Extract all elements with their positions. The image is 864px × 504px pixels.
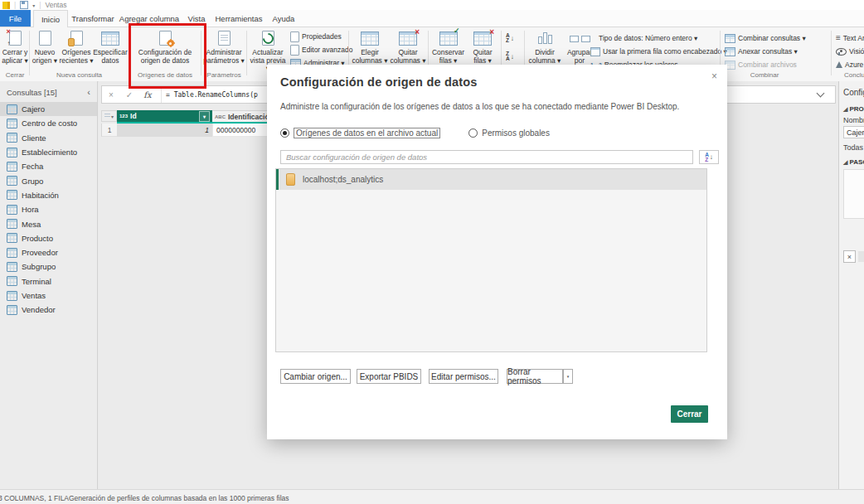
remove-rows-button[interactable]: × Quitar filas ▾ — [466, 28, 499, 65]
eye-icon — [836, 48, 847, 56]
query-item-establecimiento[interactable]: Establecimiento — [0, 145, 97, 159]
formula-input[interactable]: = Table.RenameColumns(p — [166, 91, 258, 99]
sort-descending-button[interactable]: ZA↓ — [506, 51, 514, 62]
quick-access-dropdown-icon[interactable]: ▾ — [32, 2, 35, 8]
cancel-formula-icon[interactable]: × — [102, 90, 120, 99]
append-queries-icon — [725, 47, 735, 56]
table-icon — [7, 176, 17, 186]
query-item-hora[interactable]: Hora — [0, 202, 97, 216]
query-item-subgrupo[interactable]: Subgrupo — [0, 259, 97, 274]
remove-columns-button[interactable]: × Quitar columnas ▾ — [390, 28, 426, 65]
tab-ayuda[interactable]: Ayuda — [267, 10, 300, 27]
azure-ml-button[interactable]: Azure Machine — [836, 59, 864, 70]
properties-button[interactable]: Propiedades — [290, 31, 342, 42]
select-all-corner[interactable]: ▾ — [101, 110, 117, 122]
query-settings-title: Configuración de una consulta — [843, 88, 864, 97]
query-item-centro-de-costo[interactable]: Centro de costo — [0, 116, 97, 130]
use-first-row-headers-button[interactable]: Usar la primera fila como encabezado ▾ — [590, 46, 727, 57]
clear-permissions-button[interactable]: Borrar permisos — [507, 369, 563, 384]
radio-current-file[interactable]: Orígenes de datos en el archivo actual — [280, 128, 440, 138]
database-icon — [286, 173, 295, 186]
save-icon[interactable] — [20, 1, 28, 9]
query-settings-pane: Configuración de una consulta ◢PROPIEDAD… — [838, 81, 864, 489]
status-profiling-info[interactable]: Generación de perfiles de columnas basad… — [69, 494, 289, 502]
append-queries-button[interactable]: Anexar consultas ▾ — [725, 46, 798, 57]
new-source-button[interactable]: Nuevo origen ▾ — [31, 28, 59, 65]
properties-section-header[interactable]: ◢PROPIEDADES — [843, 105, 864, 113]
tab-file[interactable]: File — [0, 10, 31, 27]
query-item-vendedor[interactable]: Vendedor — [0, 303, 97, 317]
properties-icon — [290, 32, 299, 42]
row-number-cell[interactable]: 1 — [101, 124, 117, 137]
table-icon — [7, 162, 17, 172]
query-item-cajero[interactable]: Cajero — [0, 102, 97, 116]
manage-parameters-button[interactable]: Administrar parámetros ▾ — [202, 28, 245, 65]
sort-sources-button[interactable]: AZ↓ — [699, 150, 719, 164]
query-item-grupo[interactable]: Grupo — [0, 173, 97, 187]
query-item-proveedor[interactable]: Proveedor — [0, 245, 97, 259]
change-source-button[interactable]: Cambiar origen... — [280, 369, 351, 384]
vision-button[interactable]: Visión — [836, 46, 864, 57]
clear-permissions-dropdown[interactable]: ▾ — [563, 369, 573, 384]
group-label-parametros: Parámetros — [202, 71, 245, 79]
tab-herramientas[interactable]: Herramientas — [212, 10, 265, 27]
table-icon — [7, 205, 17, 215]
applied-steps-section-header[interactable]: ◢PASOS APLICADOS — [843, 158, 864, 166]
section-expand-icon: ◢ — [843, 106, 847, 112]
tab-agregar-columna[interactable]: Agregar columna — [118, 10, 181, 27]
source-search-input[interactable] — [280, 150, 693, 164]
query-item-cliente[interactable]: Cliente — [0, 131, 97, 145]
keep-rows-button[interactable]: ✓ Conservar filas ▾ — [430, 28, 466, 65]
tab-transformar[interactable]: Transformar — [70, 10, 116, 27]
all-properties-link[interactable]: Todas las propiedades — [843, 143, 864, 152]
choose-columns-icon — [361, 32, 379, 46]
data-source-settings-button[interactable]: Configuración de origen de datos — [131, 28, 199, 65]
radio-global-permissions[interactable]: Permisos globales — [468, 128, 550, 138]
query-item-habitacion[interactable]: Habitación — [0, 188, 97, 202]
expand-formula-bar-icon[interactable] — [817, 90, 825, 98]
collapse-pane-icon[interactable]: ‹ — [87, 87, 90, 97]
ribbon-tab-strip: File Inicio Transformar Agregar columna … — [0, 10, 864, 27]
sort-ascending-button[interactable]: AZ↓ — [506, 32, 514, 44]
commit-formula-icon[interactable]: ✓ — [120, 90, 138, 99]
new-source-icon — [39, 31, 51, 46]
query-item-mesa[interactable]: Mesa — [0, 216, 97, 230]
sort-za-icon: ZA↓ — [506, 51, 514, 61]
delete-step-icon[interactable]: × — [843, 250, 856, 263]
selected-step-row[interactable] — [858, 251, 864, 262]
group-label-conclusiones: Conclusiones — [832, 71, 864, 79]
column-filter-icon[interactable]: ▾ — [199, 111, 210, 122]
advanced-editor-button[interactable]: Editor avanzado — [290, 44, 352, 56]
enter-data-icon — [101, 32, 119, 46]
edit-permissions-button[interactable]: Editar permisos... — [429, 369, 498, 384]
combine-files-button[interactable]: Combinar archivos — [725, 59, 797, 70]
group-by-icon — [570, 32, 590, 45]
advanced-editor-icon — [290, 45, 299, 56]
dialog-close-icon[interactable]: × — [711, 70, 717, 82]
close-and-apply-button[interactable]: ×↑ Cerrar y aplicar ▾ — [2, 28, 28, 65]
export-pbids-button[interactable]: Exportar PBIDS — [357, 369, 421, 384]
query-item-fecha[interactable]: Fecha — [0, 159, 97, 173]
status-columns-rows: 3 COLUMNAS, 1 FILA — [0, 494, 69, 502]
dialog-description: Administre la configuración de los oríge… — [280, 102, 679, 111]
query-item-ventas[interactable]: Ventas — [0, 288, 97, 303]
dialog-close-button[interactable]: Cerrar — [671, 405, 708, 423]
query-item-producto[interactable]: Producto — [0, 231, 97, 245]
tab-inicio[interactable]: Inicio — [33, 10, 68, 27]
tab-vista[interactable]: Vista — [182, 10, 211, 27]
table-icon — [7, 233, 17, 243]
recent-sources-button[interactable]: Orígenes recientes ▾ — [59, 28, 94, 65]
data-type-button[interactable]: Tipo de datos: Número entero ▾ — [599, 32, 697, 44]
split-column-button[interactable]: Dividir columna ▾ — [527, 28, 562, 65]
text-type-icon: ABC — [215, 114, 226, 119]
enter-data-button[interactable]: Especificar datos — [93, 28, 128, 65]
query-item-terminal[interactable]: Terminal — [0, 274, 97, 288]
data-source-item[interactable]: localhost;ds_analytics — [276, 169, 706, 190]
table-icon — [7, 133, 17, 143]
query-name-input[interactable] — [843, 126, 864, 138]
merge-queries-button[interactable]: Combinar consultas ▾ — [725, 32, 806, 44]
column-header-id[interactable]: 123 Id ▾ — [117, 110, 212, 122]
choose-columns-button[interactable]: Elegir columnas ▾ — [352, 28, 388, 65]
text-analytics-button[interactable]: ≡ Text Analytics — [836, 32, 864, 44]
cell-id-value[interactable]: 1 — [117, 124, 212, 137]
